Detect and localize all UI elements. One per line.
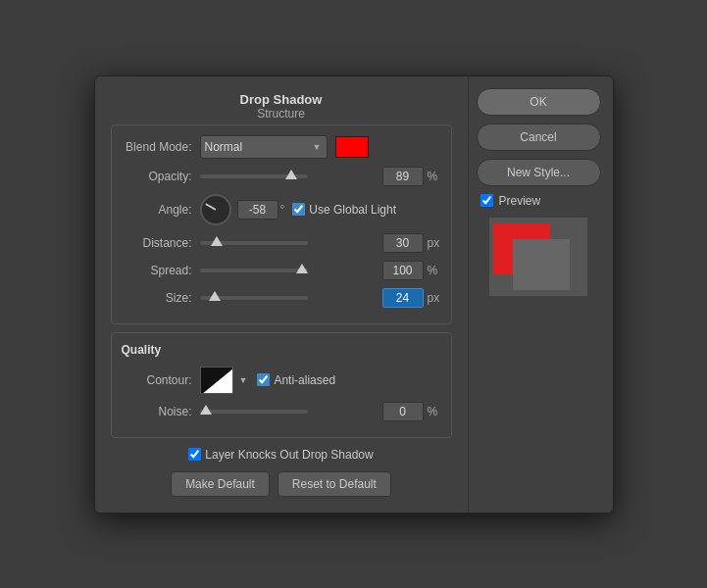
section-header: Drop Shadow Structure — [111, 92, 452, 121]
make-default-button[interactable]: Make Default — [171, 471, 270, 497]
opacity-slider-wrapper — [200, 174, 377, 178]
angle-unit: ° — [280, 203, 285, 217]
bottom-buttons: Make Default Reset to Default — [171, 471, 391, 497]
noise-unit: % — [428, 405, 441, 418]
contour-svg-icon — [201, 368, 233, 394]
angle-input[interactable] — [237, 200, 278, 220]
opacity-input[interactable] — [382, 167, 424, 186]
contour-wrapper: ▼ — [200, 367, 248, 394]
opacity-slider[interactable] — [200, 174, 308, 178]
preview-row: Preview — [477, 194, 601, 208]
size-slider[interactable] — [200, 296, 308, 300]
quality-section: Quality Contour: ▼ Anti-aliased — [111, 332, 452, 438]
contour-label: Contour: — [122, 373, 192, 387]
size-slider-wrapper — [200, 296, 377, 300]
preview-gray-layer — [513, 239, 570, 290]
angle-dial[interactable] — [200, 194, 231, 225]
noise-row: Noise: % — [122, 402, 441, 421]
bottom-section: Layer Knocks Out Drop Shadow Make Defaul… — [111, 448, 452, 497]
spread-row: Spread: % — [122, 261, 441, 280]
distance-label: Distance: — [122, 236, 192, 250]
left-panel: Drop Shadow Structure Blend Mode: Normal… — [95, 76, 468, 513]
anti-aliased-label: Anti-aliased — [274, 373, 335, 387]
layer-knocks-label: Layer Knocks Out Drop Shadow — [205, 448, 373, 462]
blend-mode-label: Blend Mode: — [122, 140, 192, 154]
blend-mode-wrapper: Normal Multiply Screen Overlay Darken Li… — [200, 135, 328, 159]
noise-slider[interactable] — [200, 410, 308, 414]
anti-aliased-row: Anti-aliased — [257, 373, 335, 387]
right-panel: OK Cancel New Style... Preview — [468, 76, 613, 513]
noise-input[interactable] — [382, 402, 424, 421]
blend-mode-select[interactable]: Normal Multiply Screen Overlay Darken Li… — [200, 135, 328, 159]
angle-label: Angle: — [122, 203, 192, 217]
size-input[interactable] — [382, 288, 424, 308]
angle-row: Angle: ° Use Global Light — [122, 194, 441, 225]
opacity-unit: % — [428, 170, 441, 183]
drop-shadow-dialog: Drop Shadow Structure Blend Mode: Normal… — [94, 75, 614, 514]
blend-color-swatch[interactable] — [335, 136, 369, 158]
contour-swatch[interactable] — [200, 367, 233, 394]
distance-row: Distance: px — [122, 233, 441, 253]
layer-knocks-row: Layer Knocks Out Drop Shadow — [188, 448, 373, 462]
cancel-button[interactable]: Cancel — [477, 123, 601, 151]
contour-row: Contour: ▼ Anti-aliased — [122, 367, 441, 394]
opacity-label: Opacity: — [122, 170, 192, 183]
spread-input[interactable] — [382, 261, 424, 280]
noise-slider-wrapper — [200, 410, 377, 414]
quality-title: Quality — [122, 343, 441, 357]
contour-arrow-icon[interactable]: ▼ — [239, 375, 248, 385]
new-style-button[interactable]: New Style... — [477, 159, 601, 186]
distance-unit: px — [428, 236, 441, 250]
blend-mode-row: Blend Mode: Normal Multiply Screen Overl… — [122, 135, 441, 159]
size-unit: px — [428, 291, 441, 305]
reset-default-button[interactable]: Reset to Default — [278, 471, 391, 497]
distance-slider-wrapper — [200, 241, 377, 245]
spread-unit: % — [428, 264, 441, 277]
ok-button[interactable]: OK — [477, 88, 601, 116]
global-light-label: Use Global Light — [309, 203, 396, 217]
spread-label: Spread: — [122, 264, 192, 277]
size-row: Size: px — [122, 288, 441, 308]
global-light-row: Use Global Light — [292, 203, 396, 217]
global-light-checkbox[interactable] — [292, 203, 305, 216]
noise-label: Noise: — [122, 405, 192, 418]
anti-aliased-checkbox[interactable] — [257, 373, 270, 386]
preview-checkbox[interactable] — [480, 194, 493, 207]
size-label: Size: — [122, 291, 192, 305]
angle-dial-line — [205, 203, 216, 211]
distance-slider[interactable] — [200, 241, 308, 245]
distance-input[interactable] — [382, 233, 424, 253]
opacity-row: Opacity: % — [122, 167, 441, 186]
dialog-subtitle: Structure — [111, 107, 452, 121]
layer-knocks-checkbox[interactable] — [188, 448, 201, 461]
structure-box: Blend Mode: Normal Multiply Screen Overl… — [111, 124, 452, 324]
dialog-title: Drop Shadow — [111, 92, 452, 107]
spread-slider-wrapper — [200, 269, 377, 272]
preview-label: Preview — [499, 194, 541, 208]
preview-canvas — [489, 218, 587, 296]
spread-slider[interactable] — [200, 269, 308, 272]
